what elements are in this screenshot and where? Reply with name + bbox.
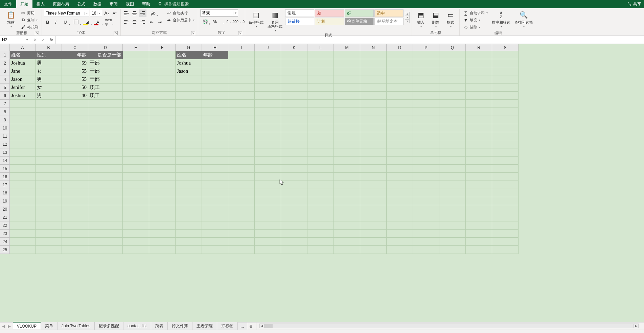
cell-K13[interactable] xyxy=(281,148,307,157)
cell-A25[interactable] xyxy=(10,246,36,254)
cell-Q25[interactable] xyxy=(439,246,466,254)
cell-L25[interactable] xyxy=(307,246,334,254)
cell-A14[interactable] xyxy=(10,157,36,165)
cell-F11[interactable] xyxy=(149,132,176,140)
col-header-N[interactable]: N xyxy=(360,44,387,51)
cell-N5[interactable] xyxy=(360,84,387,92)
next-sheet-button[interactable]: ▶ xyxy=(8,324,11,329)
cell-P2[interactable] xyxy=(413,59,439,67)
cell-P22[interactable] xyxy=(413,221,439,230)
col-header-H[interactable]: H xyxy=(202,44,228,51)
cell-F16[interactable] xyxy=(149,173,176,181)
cell-L15[interactable] xyxy=(307,165,334,173)
scroll-left-button[interactable]: ◀ xyxy=(260,324,264,328)
cell-C12[interactable] xyxy=(62,140,88,148)
cell-R16[interactable] xyxy=(466,173,492,181)
sheet-tab-VLOOKUP[interactable]: VLOOKUP xyxy=(13,322,41,329)
cell-D8[interactable] xyxy=(88,108,123,116)
number-format-input[interactable] xyxy=(201,11,233,16)
cell-O18[interactable] xyxy=(387,189,413,197)
cell-A16[interactable] xyxy=(10,173,36,181)
cell-L3[interactable] xyxy=(307,67,334,75)
cell-B11[interactable] xyxy=(36,132,62,140)
font-family-combo[interactable]: ▾ xyxy=(44,10,89,17)
row-header-10[interactable]: 10 xyxy=(0,124,10,132)
cell-E8[interactable] xyxy=(123,108,149,116)
row-header-13[interactable]: 13 xyxy=(0,148,10,157)
sheet-tab-王者荣耀[interactable]: 王者荣耀 xyxy=(192,322,217,330)
cell-O3[interactable] xyxy=(387,67,413,75)
cell-J2[interactable] xyxy=(255,59,281,67)
cell-G10[interactable] xyxy=(176,124,202,132)
cell-G14[interactable] xyxy=(176,157,202,165)
cell-J9[interactable] xyxy=(255,116,281,124)
cell-K12[interactable] xyxy=(281,140,307,148)
cell-E23[interactable] xyxy=(123,230,149,238)
chevron-down-icon[interactable]: ▾ xyxy=(97,12,102,15)
cell-N16[interactable] xyxy=(360,173,387,181)
cell-D5[interactable]: 职工 xyxy=(88,84,123,92)
cell-M1[interactable] xyxy=(334,51,360,59)
cell-F6[interactable] xyxy=(149,92,176,100)
cell-I13[interactable] xyxy=(228,148,255,157)
cell-N22[interactable] xyxy=(360,221,387,230)
cell-B18[interactable] xyxy=(36,189,62,197)
cell-G1[interactable]: 姓名 xyxy=(176,51,202,59)
cell-G22[interactable] xyxy=(176,221,202,230)
cell-B7[interactable] xyxy=(36,100,62,108)
cell-J13[interactable] xyxy=(255,148,281,157)
cell-O22[interactable] xyxy=(387,221,413,230)
cell-S14[interactable] xyxy=(492,157,519,165)
cell-Q14[interactable] xyxy=(439,157,466,165)
cell-H8[interactable] xyxy=(202,108,228,116)
cell-S17[interactable] xyxy=(492,181,519,189)
cell-O14[interactable] xyxy=(387,157,413,165)
cell-H20[interactable] xyxy=(202,205,228,213)
tab-file[interactable]: 文件 xyxy=(0,0,16,8)
cell-N11[interactable] xyxy=(360,132,387,140)
cell-P25[interactable] xyxy=(413,246,439,254)
cell-Q23[interactable] xyxy=(439,230,466,238)
cell-J14[interactable] xyxy=(255,157,281,165)
cell-B17[interactable] xyxy=(36,181,62,189)
cell-S9[interactable] xyxy=(492,116,519,124)
cell-A9[interactable] xyxy=(10,116,36,124)
cell-A11[interactable] xyxy=(10,132,36,140)
cell-E19[interactable] xyxy=(123,197,149,205)
cell-S8[interactable] xyxy=(492,108,519,116)
cell-H5[interactable] xyxy=(202,84,228,92)
percent-button[interactable]: % xyxy=(211,18,218,25)
cell-S22[interactable] xyxy=(492,221,519,230)
cell-L13[interactable] xyxy=(307,148,334,157)
cell-S1[interactable] xyxy=(492,51,519,59)
cell-style-5[interactable]: 计算 xyxy=(315,18,344,25)
cell-A13[interactable] xyxy=(10,148,36,157)
conditional-format-button[interactable]: ▤条件格式▾ xyxy=(247,9,265,29)
cell-B8[interactable] xyxy=(36,108,62,116)
col-header-J[interactable]: J xyxy=(255,44,281,51)
alignment-dialog-launcher[interactable]: ↘ xyxy=(191,31,195,35)
number-dialog-launcher[interactable]: ↘ xyxy=(238,31,242,35)
sheet-tab-打标签[interactable]: 打标签 xyxy=(217,322,238,330)
cell-I9[interactable] xyxy=(228,116,255,124)
cell-K21[interactable] xyxy=(281,213,307,221)
row-header-1[interactable]: 1 xyxy=(0,51,10,59)
cell-I20[interactable] xyxy=(228,205,255,213)
cell-A1[interactable]: 姓名 xyxy=(10,51,36,59)
cell-F23[interactable] xyxy=(149,230,176,238)
cell-O20[interactable] xyxy=(387,205,413,213)
cell-J10[interactable] xyxy=(255,124,281,132)
horizontal-scrollbar[interactable]: ◀ ▶ xyxy=(259,324,639,328)
cell-S18[interactable] xyxy=(492,189,519,197)
border-button[interactable]: ▾ xyxy=(71,18,81,26)
cell-B25[interactable] xyxy=(36,246,62,254)
cell-C9[interactable] xyxy=(62,116,88,124)
cell-R24[interactable] xyxy=(466,238,492,246)
align-top-button[interactable] xyxy=(123,9,130,17)
sheet-tab-菜单[interactable]: 菜单 xyxy=(41,322,58,330)
cell-L14[interactable] xyxy=(307,157,334,165)
row-header-17[interactable]: 17 xyxy=(0,181,10,189)
cell-C19[interactable] xyxy=(62,197,88,205)
cell-S20[interactable] xyxy=(492,205,519,213)
cell-N4[interactable] xyxy=(360,75,387,84)
